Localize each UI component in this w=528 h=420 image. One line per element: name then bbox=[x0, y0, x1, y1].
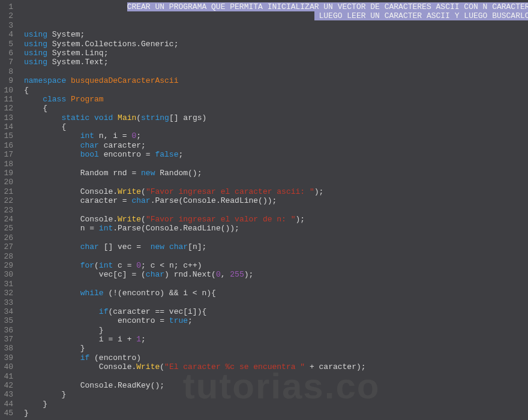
code-token: n = bbox=[80, 224, 99, 233]
code-token: (caracter == vec[i]){ bbox=[108, 307, 206, 316]
code-line[interactable]: char [] vec = new char[n]; bbox=[24, 242, 528, 251]
code-token: static bbox=[61, 113, 89, 122]
code-line[interactable]: vec[c] = (char) rnd.Next(0, 255); bbox=[24, 270, 528, 279]
code-token: , bbox=[221, 270, 230, 279]
code-line[interactable] bbox=[24, 160, 528, 169]
code-line[interactable]: using System.Collections.Generic; bbox=[24, 40, 528, 49]
code-token: } bbox=[80, 344, 85, 353]
code-area[interactable]: tutorias.co CREAR UN PROGRAMA QUE PERMIT… bbox=[19, 0, 528, 420]
code-line[interactable]: caracter = char.Parse(Console.ReadLine()… bbox=[24, 196, 528, 205]
code-token bbox=[113, 113, 118, 122]
code-line[interactable]: Random rnd = new Random(); bbox=[24, 169, 528, 178]
code-line[interactable] bbox=[24, 233, 528, 242]
code-line[interactable]: using System.Linq; bbox=[24, 49, 528, 58]
code-token: Random rnd = bbox=[80, 169, 141, 178]
code-token: { bbox=[43, 104, 47, 113]
code-line[interactable]: Console.Write("Favor ingresar el valor d… bbox=[24, 215, 528, 224]
code-token: System.Linq; bbox=[47, 49, 108, 58]
code-line[interactable]: } bbox=[24, 400, 528, 409]
code-line[interactable] bbox=[24, 206, 528, 215]
code-line[interactable]: namespace busquedaDeCaracterAscii bbox=[24, 76, 528, 85]
code-editor[interactable]: 1234567891011121314151617181920212223242… bbox=[0, 0, 528, 420]
code-token: new bbox=[151, 242, 164, 251]
line-number: 13 bbox=[2, 113, 13, 122]
code-line[interactable]: n = int.Parse(Console.ReadLine()); bbox=[24, 224, 528, 233]
code-line[interactable]: for(int c = 0; c < n; c++) bbox=[24, 261, 528, 270]
code-line[interactable] bbox=[24, 252, 528, 261]
code-line[interactable]: if(caracter == vec[i]){ bbox=[24, 307, 528, 316]
line-number: 5 bbox=[2, 40, 13, 49]
code-line[interactable]: } bbox=[24, 344, 528, 353]
code-line[interactable]: } bbox=[24, 326, 528, 335]
code-line[interactable]: Console.Write("El caracter %c se encuent… bbox=[24, 362, 528, 371]
code-token bbox=[89, 113, 94, 122]
code-line[interactable]: if (encontro) bbox=[24, 353, 528, 362]
code-token: int bbox=[80, 131, 94, 140]
line-number: 22 bbox=[2, 196, 13, 205]
code-line[interactable]: Console.ReadKey(); bbox=[24, 381, 528, 390]
code-token: ; bbox=[136, 131, 141, 140]
line-number: 24 bbox=[2, 215, 13, 224]
code-token: using bbox=[24, 30, 47, 39]
code-line[interactable]: { bbox=[24, 86, 528, 95]
code-token bbox=[164, 242, 169, 251]
line-number: 8 bbox=[2, 67, 13, 76]
code-token: char bbox=[80, 242, 99, 251]
code-token: ( bbox=[136, 113, 141, 122]
line-number: 45 bbox=[2, 409, 13, 418]
code-line[interactable]: char caracter; bbox=[24, 141, 528, 150]
code-token: encontro = bbox=[99, 150, 155, 159]
code-token: "Favor ingresar el valor de n: " bbox=[146, 215, 296, 224]
code-line[interactable]: { bbox=[24, 122, 528, 131]
line-number: 44 bbox=[2, 400, 13, 409]
code-line[interactable]: i = i + 1; bbox=[24, 335, 528, 344]
line-number: 17 bbox=[2, 150, 13, 159]
code-line[interactable]: using System; bbox=[24, 30, 528, 39]
code-token: false bbox=[155, 150, 178, 159]
code-line[interactable]: LUEGO LEER UN CARACTER ASCII Y LUEGO BUS… bbox=[24, 11, 528, 20]
code-line[interactable]: CREAR UN PROGRAMA QUE PERMITA INICIALIZA… bbox=[24, 2, 528, 11]
code-token: char bbox=[80, 141, 99, 150]
code-token: ( bbox=[160, 362, 164, 371]
code-line[interactable]: } bbox=[24, 390, 528, 399]
code-line[interactable]: Console.Write("Favor ingresar el caracte… bbox=[24, 187, 528, 196]
code-token: ); bbox=[296, 215, 305, 224]
code-token: namespace bbox=[24, 76, 66, 85]
code-token: true bbox=[169, 316, 188, 325]
code-line[interactable] bbox=[24, 21, 528, 30]
code-token: ; c < n; c++) bbox=[141, 261, 202, 270]
code-line[interactable]: class Program bbox=[24, 95, 528, 104]
code-line[interactable]: encontro = true; bbox=[24, 316, 528, 325]
code-token: encontro = bbox=[118, 316, 169, 325]
code-token: using bbox=[24, 49, 47, 58]
code-line[interactable] bbox=[24, 280, 528, 289]
code-line[interactable]: bool encontro = false; bbox=[24, 150, 528, 159]
code-line[interactable] bbox=[24, 372, 528, 381]
code-token: void bbox=[94, 113, 113, 122]
line-number: 30 bbox=[2, 270, 13, 279]
code-token: Write bbox=[118, 215, 141, 224]
code-token: System.Collections.Generic; bbox=[47, 40, 178, 49]
code-line[interactable]: using System.Text; bbox=[24, 58, 528, 67]
code-line[interactable] bbox=[24, 178, 528, 187]
code-line[interactable]: static void Main(string[] args) bbox=[24, 113, 528, 122]
code-line[interactable] bbox=[24, 67, 528, 76]
line-number: 36 bbox=[2, 326, 13, 335]
code-line[interactable]: } bbox=[24, 409, 528, 418]
code-line[interactable] bbox=[24, 298, 528, 307]
line-number: 16 bbox=[2, 141, 13, 150]
code-token: caracter = bbox=[80, 196, 132, 205]
line-number: 43 bbox=[2, 390, 13, 399]
line-number: 42 bbox=[2, 381, 13, 390]
code-line[interactable]: int n, i = 0; bbox=[24, 131, 528, 140]
code-token: 0 bbox=[136, 261, 141, 270]
code-token: .Parse(Console.ReadLine()); bbox=[113, 224, 239, 233]
code-token: int bbox=[99, 224, 113, 233]
line-number: 33 bbox=[2, 298, 13, 307]
code-token: { bbox=[61, 122, 66, 131]
line-number: 14 bbox=[2, 122, 13, 131]
code-line[interactable]: while (!(encontro) && i < n){ bbox=[24, 289, 528, 298]
code-line[interactable]: { bbox=[24, 104, 528, 113]
line-number: 11 bbox=[2, 95, 13, 104]
line-number: 19 bbox=[2, 169, 13, 178]
